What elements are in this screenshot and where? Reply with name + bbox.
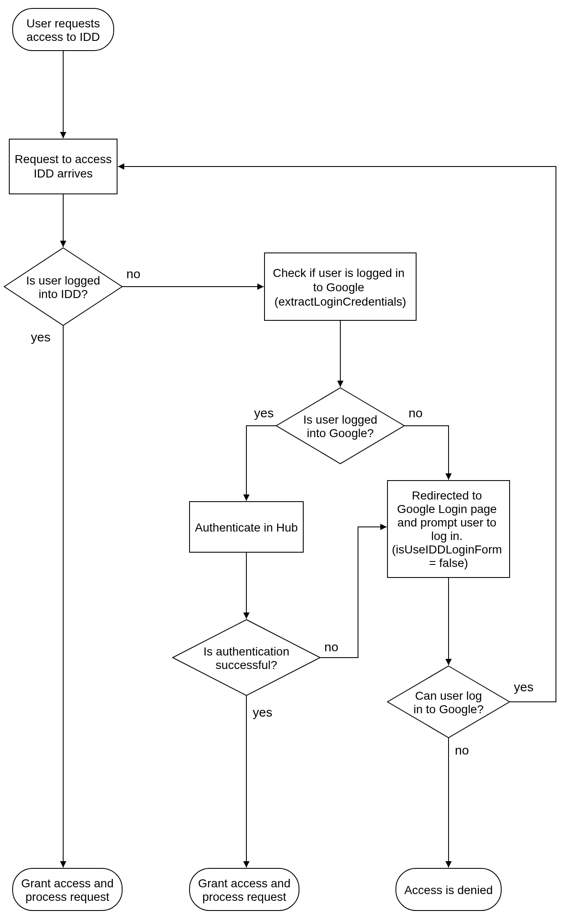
node-decision-auth-successful: Is authenticationsuccessful? bbox=[173, 620, 320, 696]
node-start: User requestsaccess to IDD bbox=[13, 8, 114, 51]
node-check-google-login: Check if user is logged in to Google (ex… bbox=[264, 253, 416, 320]
svg-text:User requestsaccess to IDD: User requestsaccess to IDD bbox=[27, 17, 100, 43]
svg-rect-2 bbox=[9, 139, 117, 194]
node-authenticate-hub: Authenticate in Hub bbox=[190, 502, 303, 552]
label-q-idd-yes: yes bbox=[31, 330, 51, 344]
label-q-auth-no: no bbox=[324, 640, 338, 654]
flowchart-canvas: User requestsaccess to IDD Request to ac… bbox=[0, 0, 569, 924]
svg-text:Is user loggedinto Google?: Is user loggedinto Google? bbox=[303, 413, 377, 440]
svg-text:Access is denied: Access is denied bbox=[404, 884, 493, 897]
svg-text:Is authenticationsuccessful?: Is authenticationsuccessful? bbox=[203, 645, 289, 672]
edge-q-google-yes bbox=[246, 426, 276, 501]
node-access-denied: Access is denied bbox=[396, 868, 501, 911]
svg-text:Can user login to Google?: Can user login to Google? bbox=[414, 689, 484, 716]
svg-text:Grant access andprocess reques: Grant access andprocess request bbox=[21, 877, 113, 903]
node-request-arrives: Request to accessIDD arrives bbox=[9, 139, 117, 194]
edge-q-auth-no bbox=[320, 527, 387, 658]
label-q-google-no: no bbox=[409, 406, 422, 420]
node-grant-access-2: Grant access andprocess request bbox=[190, 868, 299, 911]
label-q-can-yes: yes bbox=[514, 680, 534, 694]
label-q-idd-no: no bbox=[126, 267, 140, 281]
label-q-google-yes: yes bbox=[254, 406, 274, 420]
node-decision-logged-google: Is user loggedinto Google? bbox=[276, 388, 404, 464]
svg-text:Authenticate in Hub: Authenticate in Hub bbox=[195, 521, 298, 534]
node-grant-access-1: Grant access andprocess request bbox=[13, 868, 122, 911]
svg-text:Grant access andprocess reques: Grant access andprocess request bbox=[198, 877, 290, 903]
node-decision-can-login-google: Can user login to Google? bbox=[387, 666, 510, 738]
node-redirect-google-login: Redirected to Google Login page and prom… bbox=[387, 481, 510, 578]
node-decision-logged-idd: Is user loggedinto IDD? bbox=[4, 248, 122, 325]
edge-q-google-no bbox=[404, 426, 449, 480]
label-q-auth-yes: yes bbox=[253, 705, 272, 719]
label-q-can-no: no bbox=[455, 743, 469, 757]
